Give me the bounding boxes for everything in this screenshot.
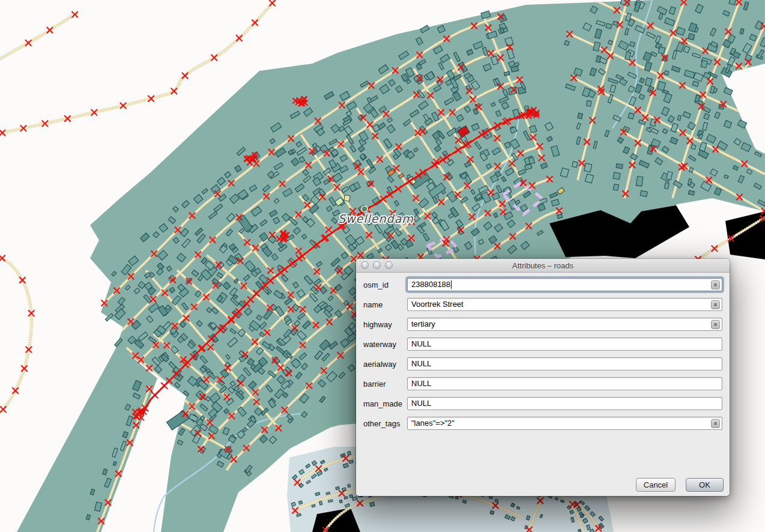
attribute-row: name Voortrek Street × bbox=[363, 298, 722, 311]
field-input[interactable]: Voortrek Street × bbox=[407, 298, 722, 311]
field-value: NULL bbox=[411, 399, 431, 408]
place-label: Swellendam bbox=[338, 212, 414, 225]
field-label: highway bbox=[363, 320, 407, 329]
dialog-title: Attributes – roads bbox=[512, 261, 573, 270]
attribute-rows: osm_id 238808188 × name Voortrek Street … bbox=[356, 273, 730, 496]
field-value: NULL bbox=[411, 339, 431, 348]
field-value: NULL bbox=[411, 359, 431, 368]
attribute-row: aerialway NULL bbox=[363, 357, 722, 370]
attribute-row: waterway NULL bbox=[363, 337, 722, 351]
field-label: other_tags bbox=[363, 419, 407, 428]
field-input[interactable]: 238808188 × bbox=[407, 278, 722, 291]
clear-field-icon[interactable]: × bbox=[711, 419, 720, 428]
field-value: tertiary bbox=[411, 319, 435, 328]
clear-field-icon[interactable]: × bbox=[711, 280, 720, 289]
minimize-button[interactable] bbox=[373, 261, 381, 269]
qgis-map-canvas-stage: Swellendam Attributes – roads osm_id 238… bbox=[0, 0, 765, 532]
field-input[interactable]: NULL bbox=[407, 377, 722, 390]
ok-button[interactable]: OK bbox=[686, 478, 724, 492]
attribute-row: osm_id 238808188 × bbox=[363, 278, 722, 291]
close-button[interactable] bbox=[361, 261, 369, 269]
text-caret bbox=[451, 280, 452, 289]
attribute-row: barrier NULL bbox=[363, 377, 722, 390]
field-label: man_made bbox=[363, 399, 407, 408]
attribute-row: other_tags "lanes"=>"2" × bbox=[363, 417, 722, 430]
field-input[interactable]: "lanes"=>"2" × bbox=[407, 417, 722, 430]
field-label: osm_id bbox=[363, 280, 407, 289]
field-label: barrier bbox=[363, 379, 407, 388]
field-value: NULL bbox=[411, 379, 431, 388]
field-input[interactable]: NULL bbox=[407, 397, 722, 410]
field-value: Voortrek Street bbox=[411, 300, 464, 309]
attributes-dialog: Attributes – roads osm_id 238808188 × na… bbox=[356, 259, 730, 496]
field-value: 238808188 bbox=[411, 280, 450, 289]
field-label: waterway bbox=[363, 340, 407, 349]
attribute-row: man_made NULL bbox=[363, 397, 722, 410]
clear-field-icon[interactable]: × bbox=[711, 320, 720, 329]
field-input[interactable]: NULL bbox=[407, 357, 722, 370]
dialog-footer: Cancel OK bbox=[356, 478, 730, 492]
zoom-button[interactable] bbox=[385, 261, 393, 269]
field-value: "lanes"=>"2" bbox=[411, 419, 455, 428]
field-label: aerialway bbox=[363, 360, 407, 369]
attribute-row: highway tertiary × bbox=[363, 318, 722, 331]
field-input[interactable]: tertiary × bbox=[407, 318, 722, 331]
field-label: name bbox=[363, 300, 407, 309]
cancel-button[interactable]: Cancel bbox=[636, 478, 676, 492]
clear-field-icon[interactable]: × bbox=[711, 300, 720, 309]
place-marker-dot bbox=[361, 206, 367, 212]
dialog-titlebar[interactable]: Attributes – roads bbox=[356, 259, 730, 273]
field-input[interactable]: NULL bbox=[407, 337, 722, 351]
